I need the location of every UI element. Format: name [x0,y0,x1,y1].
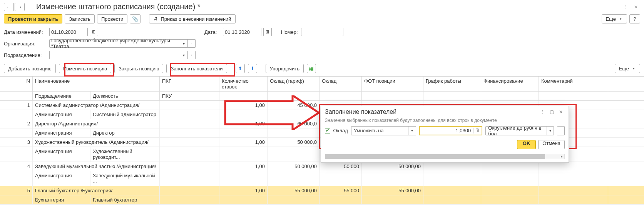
dialog-maximize-icon[interactable]: ▢ [548,108,555,115]
cancel-button[interactable]: Отмена [538,140,565,149]
open-icon[interactable]: ▫ [188,39,196,48]
col-comment[interactable]: Комментарий [539,77,608,92]
chevron-down-icon[interactable]: ▾ [547,127,554,135]
dept-label: Подразделение: [4,52,46,58]
print-order-button[interactable]: 🖨Приказ о внесении изменений [149,14,235,23]
move-up-button[interactable]: ⬆ [236,64,245,73]
col-pku[interactable]: ПКУ [160,92,219,101]
col-fot[interactable]: ФОТ позиции [362,77,423,92]
close-position-button[interactable]: Закрыть позицию [114,64,164,73]
date-change-label: Дата изменений: [4,29,46,35]
rounding-select[interactable]: Округление до рубля в бол ▾ [485,126,554,135]
col-name[interactable]: Наименование [33,77,160,92]
ok-button[interactable]: OK [517,140,536,149]
date-change-input[interactable]: 01.10.2020 [49,28,88,36]
salary-checkbox[interactable] [325,128,330,133]
extra-select-button[interactable] [557,126,565,135]
table-settings-button[interactable]: ▦ [307,64,316,73]
add-position-button[interactable]: Добавить позицию [4,64,56,73]
dialog-menu-icon[interactable]: ⋮ [539,108,546,115]
open-icon[interactable]: ▫ [188,51,196,59]
printer-icon: 🖨 [153,16,158,22]
more-button[interactable]: Еще▾ [602,14,627,23]
date-label: Дата: [204,29,220,35]
date-input[interactable]: 01.10.2020 [223,28,261,36]
dialog-scrollbar[interactable]: ▸ [325,154,565,159]
dialog-close-icon[interactable]: ✕ [557,108,565,115]
chevron-down-icon[interactable]: ▾ [180,51,188,59]
table-row[interactable]: АдминистрацияЗаведующий музыкальной ... [0,171,644,186]
col-tariff[interactable]: Оклад (тариф) [268,77,319,92]
operation-select[interactable]: Умножить на ▾ [351,126,416,135]
number-input[interactable] [301,28,343,36]
edit-position-button[interactable]: Изменить позицию [59,64,111,73]
table-row[interactable]: БухгалтерияГлавный бухгалтер [0,195,644,205]
number-label: Номер: [281,29,298,35]
col-position[interactable]: Должность [90,92,160,101]
col-salary[interactable]: Оклад [319,77,362,92]
table-more-button[interactable]: Еще▾ [615,64,640,73]
post-and-close-button[interactable]: Провести и закрыть [4,14,62,23]
dept-combo[interactable]: ▾ ▫ [49,51,196,59]
salary-checkbox-label: Оклад [333,128,348,133]
table-row[interactable]: 4Заведующий музыкальной частью /Админист… [0,162,644,171]
col-pkg[interactable]: ПКГ [160,77,219,92]
sort-button[interactable]: Упорядочить [266,64,304,73]
dialog-description: Значения выбранных показателей будут зап… [325,118,565,124]
col-n[interactable]: N [0,77,33,92]
col-schedule[interactable]: График работы [423,77,481,92]
org-label: Организация: [4,41,46,47]
chevron-down-icon[interactable]: ▾ [408,127,416,135]
calculator-icon[interactable]: 🗓 [473,128,482,133]
col-dept[interactable]: Подразделение [33,92,90,101]
page-title: Изменение штатного расписания (создание)… [36,2,201,11]
fill-indicators-dialog: Заполнение показателей ⋮ ▢ ✕ Значения вы… [321,106,569,163]
calendar-icon[interactable]: 🗓 [263,28,272,36]
calendar-icon[interactable]: 🗓 [90,28,98,36]
nav-back-button[interactable]: ← [4,3,14,11]
nav-forward-button[interactable]: → [15,3,25,11]
window-close-icon[interactable]: ✕ [632,3,640,10]
save-button[interactable]: Записать [65,14,95,23]
window-menu-icon[interactable]: ⋮ [622,3,630,10]
chevron-down-icon[interactable]: ▾ [180,39,188,48]
attach-button[interactable]: 📎 [130,14,141,23]
col-finance[interactable]: Финансирование [481,77,539,92]
fill-indicators-button[interactable]: Заполнить показатели [166,64,227,73]
post-button[interactable]: Провести [97,14,128,23]
table-row[interactable]: 5Главный бухгалтер /Бухгалтерия/1,0055 0… [0,186,644,195]
help-button[interactable]: ? [629,14,640,23]
move-down-button[interactable]: ⬇ [248,64,257,73]
col-count[interactable]: Количество ставок [219,77,268,92]
multiplier-input[interactable]: 1,0300 🗓 [419,126,482,135]
org-combo[interactable]: Государственное бюджетное учреждение кул… [49,39,196,48]
dialog-title: Заполнение показателей [325,108,396,115]
